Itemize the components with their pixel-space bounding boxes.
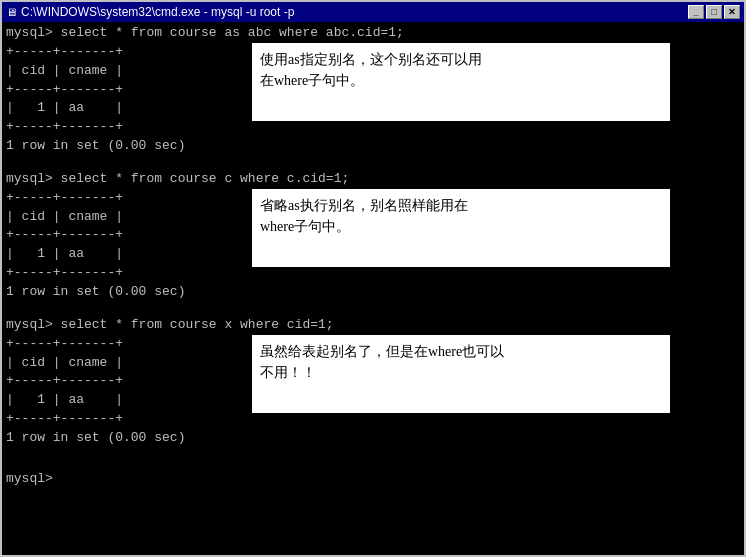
section-3: mysql> select * from course x where cid=… [6, 316, 740, 448]
window: 🖥 C:\WINDOWS\system32\cmd.exe - mysql -u… [0, 0, 746, 557]
annotation-3: 虽然给表起别名了，但是在where也可以不用！！ [251, 334, 671, 414]
result-line-2: 1 row in set (0.00 sec) [6, 283, 740, 302]
section-1: mysql> select * from course as abc where… [6, 24, 740, 156]
prompt-line-2: mysql> select * from course c where c.ci… [6, 170, 740, 189]
section-2: mysql> select * from course c where c.ci… [6, 170, 740, 302]
result-line-1: 1 row in set (0.00 sec) [6, 137, 740, 156]
title-bar: 🖥 C:\WINDOWS\system32\cmd.exe - mysql -u… [2, 2, 744, 22]
title-bar-buttons: _ □ ✕ [688, 5, 740, 19]
final-prompt: mysql> [6, 470, 740, 489]
console-area[interactable]: mysql> select * from course as abc where… [2, 22, 744, 555]
cmd-icon: 🖥 [6, 6, 17, 18]
result-line-3: 1 row in set (0.00 sec) [6, 429, 740, 448]
restore-button[interactable]: □ [706, 5, 722, 19]
prompt-line-1: mysql> select * from course as abc where… [6, 24, 740, 43]
close-button[interactable]: ✕ [724, 5, 740, 19]
annotation-1: 使用as指定别名，这个别名还可以用在where子句中。 [251, 42, 671, 122]
prompt-line-3: mysql> select * from course x where cid=… [6, 316, 740, 335]
title-bar-left: 🖥 C:\WINDOWS\system32\cmd.exe - mysql -u… [6, 5, 294, 19]
minimize-button[interactable]: _ [688, 5, 704, 19]
title-bar-text: C:\WINDOWS\system32\cmd.exe - mysql -u r… [21, 5, 294, 19]
annotation-2: 省略as执行别名，别名照样能用在where子句中。 [251, 188, 671, 268]
